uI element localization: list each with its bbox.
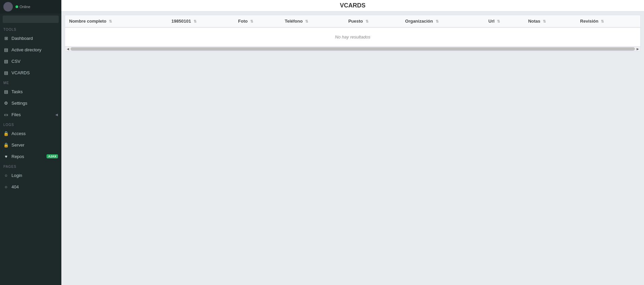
col-date[interactable]: 19850101 ⇅ <box>168 15 234 27</box>
sidebar-item-files[interactable]: ▭ Files ◀ <box>0 109 61 120</box>
sort-icon-telefono: ⇅ <box>305 19 308 23</box>
sidebar-item-label-server: Server <box>11 142 24 148</box>
sort-icon-revision: ⇅ <box>601 19 604 23</box>
col-telefono[interactable]: Teléfono ⇅ <box>281 15 344 27</box>
heart-icon: ♥ <box>3 154 9 159</box>
sort-icon-date: ⇅ <box>194 19 197 23</box>
sidebar-item-label-files: Files <box>11 112 21 117</box>
sidebar-item-404[interactable]: ○ 404 <box>0 181 61 192</box>
main-content: VCARDS Nombre completo ⇅ 19850101 ⇅ <box>61 0 644 285</box>
server-icon: 🔒 <box>3 142 9 148</box>
sidebar-item-access[interactable]: 🔒 Access <box>0 128 61 139</box>
sidebar-item-label-404: 404 <box>11 184 19 189</box>
sidebar-header: Online <box>0 0 61 14</box>
sort-icon-nombre: ⇅ <box>109 19 112 23</box>
online-status: Online <box>16 5 30 9</box>
sidebar-item-tasks[interactable]: ▤ Tasks <box>0 86 61 97</box>
vcards-icon: ▤ <box>3 70 9 75</box>
table-header: Nombre completo ⇅ 19850101 ⇅ Foto ⇅ <box>65 15 640 27</box>
search-input[interactable] <box>3 16 59 23</box>
content-area: Nombre completo ⇅ 19850101 ⇅ Foto ⇅ <box>61 11 644 285</box>
sidebar-item-vcards[interactable]: ▤ VCARDS <box>0 67 61 78</box>
no-results-row: No hay resultados <box>65 27 640 46</box>
table-header-row: Nombre completo ⇅ 19850101 ⇅ Foto ⇅ <box>65 15 640 27</box>
scroll-left-btn[interactable]: ◀ <box>66 47 70 51</box>
sidebar-item-label-login: Login <box>11 173 22 178</box>
sort-icon-organizacion: ⇅ <box>436 19 439 23</box>
sort-icon-notas: ⇅ <box>543 19 546 23</box>
repos-badge: AJAX <box>47 154 58 158</box>
section-label-logs: LOGS <box>0 120 61 128</box>
page-title: VCARDS <box>61 0 644 11</box>
avatar <box>3 2 13 11</box>
sidebar-item-settings[interactable]: ⚙ Settings <box>0 97 61 109</box>
sidebar-item-label-tasks: Tasks <box>11 89 23 94</box>
section-label-tools: TOOLS <box>0 25 61 32</box>
gear-icon: ⚙ <box>3 100 9 106</box>
login-icon: ○ <box>3 173 9 178</box>
horizontal-scrollbar[interactable]: ◀ ▶ <box>65 46 640 51</box>
access-icon: 🔒 <box>3 131 9 136</box>
sidebar-item-login[interactable]: ○ Login <box>0 170 61 181</box>
col-url[interactable]: Url ⇅ <box>485 15 524 27</box>
col-puesto[interactable]: Puesto ⇅ <box>344 15 401 27</box>
sidebar-item-dashboard[interactable]: ⊞ Dashboard <box>0 32 61 44</box>
sidebar-item-csv[interactable]: ▤ CSV <box>0 55 61 67</box>
sidebar-item-label-settings: Settings <box>11 101 27 106</box>
vcards-table: Nombre completo ⇅ 19850101 ⇅ Foto ⇅ <box>65 15 640 46</box>
col-revision[interactable]: Revisión ⇅ <box>576 15 640 27</box>
col-notas[interactable]: Notas ⇅ <box>524 15 576 27</box>
scroll-right-btn[interactable]: ▶ <box>636 47 640 51</box>
files-arrow: ◀ <box>55 113 58 116</box>
csv-icon: ▤ <box>3 58 9 64</box>
col-organizacion[interactable]: Organización ⇅ <box>401 15 485 27</box>
table-body: No hay resultados <box>65 27 640 46</box>
sidebar-item-label-repos: Repos <box>11 154 24 159</box>
sidebar-item-repos[interactable]: ♥ Repos AJAX <box>0 151 61 162</box>
sidebar-item-active-directory[interactable]: ▤ Active directory <box>0 44 61 55</box>
scrollbar-thumb[interactable] <box>70 47 635 51</box>
404-icon: ○ <box>3 184 9 189</box>
sort-icon-puesto: ⇅ <box>365 19 369 23</box>
sort-icon-url: ⇅ <box>497 19 500 23</box>
sidebar-item-server[interactable]: 🔒 Server <box>0 139 61 151</box>
table-scroll[interactable]: Nombre completo ⇅ 19850101 ⇅ Foto ⇅ <box>65 15 640 46</box>
folder-icon: ▭ <box>3 112 9 117</box>
online-dot <box>16 5 18 8</box>
sidebar-item-label-dashboard: Dashboard <box>11 36 33 41</box>
sort-icon-foto: ⇅ <box>250 19 253 23</box>
dashboard-icon: ⊞ <box>3 35 9 41</box>
section-label-me: ME <box>0 78 61 86</box>
sidebar-item-label-active-directory: Active directory <box>11 47 41 52</box>
no-results-cell: No hay resultados <box>65 27 640 46</box>
table-wrapper: Nombre completo ⇅ 19850101 ⇅ Foto ⇅ <box>65 15 641 51</box>
section-label-pages: PAGES <box>0 162 61 170</box>
active-directory-icon: ▤ <box>3 47 9 52</box>
col-nombre-completo[interactable]: Nombre completo ⇅ <box>65 15 168 27</box>
online-label: Online <box>20 5 30 9</box>
search-bar[interactable] <box>0 14 61 25</box>
col-foto[interactable]: Foto ⇅ <box>234 15 281 27</box>
tasks-icon: ▤ <box>3 89 9 94</box>
sidebar: Online TOOLS ⊞ Dashboard ▤ Active direct… <box>0 0 61 285</box>
sidebar-item-label-csv: CSV <box>11 59 21 64</box>
sidebar-item-label-vcards: VCARDS <box>11 70 30 75</box>
sidebar-item-label-access: Access <box>11 131 26 136</box>
